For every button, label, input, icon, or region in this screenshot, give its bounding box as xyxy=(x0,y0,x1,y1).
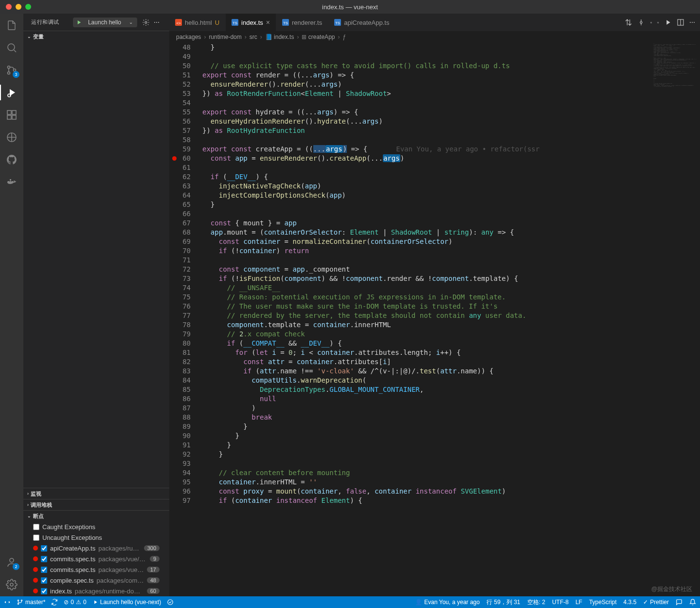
breakpoint-row[interactable]: compile.spec.tspackages/compiler-core/__… xyxy=(23,575,169,586)
indentation[interactable]: 空格: 2 xyxy=(527,598,545,607)
breakpoint-line-badge: 48 xyxy=(147,577,160,583)
breakpoint-checkbox[interactable] xyxy=(41,588,47,594)
breadcrumb-segment[interactable]: runtime-dom xyxy=(209,34,241,40)
account-badge: 2 xyxy=(13,563,19,570)
scm-badge: 3 xyxy=(13,71,19,78)
statusbar: master* ⊘ 0 ⚠ 0 Launch hello (vue-next) … xyxy=(0,596,700,608)
cursor-position[interactable]: 行 59，列 31 xyxy=(486,598,520,607)
svg-point-1 xyxy=(8,66,10,69)
extensions-icon[interactable] xyxy=(5,108,18,122)
breakpoint-dot-icon xyxy=(33,556,38,561)
close-window-button[interactable] xyxy=(6,4,12,10)
breadcrumb-segment[interactable]: 📘 index.ts xyxy=(265,34,294,40)
window-controls xyxy=(0,4,31,10)
git-commit-icon[interactable] xyxy=(637,18,645,26)
svg-point-28 xyxy=(18,603,18,604)
git-branch[interactable]: master* xyxy=(17,599,45,606)
breakpoint-row[interactable]: apiCreateApp.tspackages/runtime-core/src… xyxy=(23,543,169,553)
compare-icon[interactable] xyxy=(625,18,632,26)
encoding[interactable]: UTF-8 xyxy=(552,599,569,606)
svg-point-0 xyxy=(8,44,15,51)
remote-status-icon[interactable] xyxy=(4,599,11,606)
breadcrumb-segment[interactable]: ⊞ createApp xyxy=(302,34,335,40)
account-icon[interactable]: 2 xyxy=(5,555,18,569)
live-share-icon[interactable] xyxy=(167,599,174,606)
docker-icon[interactable] xyxy=(5,175,18,189)
run-debug-icon[interactable] xyxy=(5,86,18,99)
modified-indicator: U xyxy=(215,19,219,26)
launch-config-selector[interactable]: Launch hello ⌄ xyxy=(73,18,137,27)
breakpoint-dot-icon xyxy=(33,578,38,583)
start-debug-icon[interactable] xyxy=(75,19,82,26)
breakpoints-section[interactable]: ⌄断点 xyxy=(23,511,169,521)
svg-rect-6 xyxy=(7,115,11,119)
eol[interactable]: LF xyxy=(575,599,582,606)
problems[interactable]: ⊘ 0 ⚠ 0 xyxy=(64,599,86,606)
watermark: @掘金技术社区 xyxy=(651,585,692,593)
run-file-icon[interactable] xyxy=(664,18,672,26)
editor-tab[interactable]: TSindex.ts× xyxy=(226,14,276,31)
breakpoint-line-badge: 17 xyxy=(147,567,160,572)
diff-next-icon[interactable]: ◦ xyxy=(657,19,659,26)
svg-point-27 xyxy=(18,600,18,601)
close-tab-icon[interactable]: × xyxy=(266,18,270,26)
language-mode[interactable]: TypeScript xyxy=(589,599,617,606)
svg-text:TS: TS xyxy=(233,21,237,25)
diff-prev-icon[interactable]: ◦ xyxy=(650,19,652,26)
svg-rect-13 xyxy=(10,179,11,181)
breakpoint-checkbox[interactable] xyxy=(41,545,47,552)
sync-icon[interactable] xyxy=(51,599,58,606)
breadcrumb-segment[interactable]: ƒ xyxy=(342,34,346,40)
editor-tab[interactable]: <>hello.htmlU xyxy=(169,14,226,31)
breakpoint-checkbox[interactable] xyxy=(41,556,47,562)
split-editor-icon[interactable] xyxy=(677,18,684,26)
debug-target[interactable]: Launch hello (vue-next) xyxy=(92,599,161,606)
svg-text:<>: <> xyxy=(176,21,181,25)
svg-rect-8 xyxy=(12,111,16,114)
breakpoint-checkbox[interactable] xyxy=(41,567,47,573)
ts-version[interactable]: 4.3.5 xyxy=(624,599,637,606)
watch-section[interactable]: ›监视 xyxy=(23,488,169,499)
feedback-icon[interactable] xyxy=(676,599,682,606)
git-blame-status[interactable]: 👤 Evan You, a year ago xyxy=(415,599,480,606)
breakpoint-dot-icon xyxy=(33,546,38,551)
settings-gear-icon[interactable] xyxy=(5,578,18,591)
html-file-icon: <> xyxy=(175,19,182,26)
editor-tab[interactable]: TSrenderer.ts xyxy=(276,14,328,31)
github-icon[interactable] xyxy=(5,153,18,166)
variables-section[interactable]: ⌄变量 xyxy=(23,31,169,42)
zoom-window-button[interactable] xyxy=(25,4,31,10)
minimap[interactable]: } // use explicit type casts here to avo… xyxy=(653,43,700,596)
uncaught-exceptions-row[interactable]: Uncaught Exceptions xyxy=(23,532,169,543)
breakpoint-line-badge: 9 xyxy=(150,556,160,562)
editor-tab[interactable]: TSapiCreateApp.ts xyxy=(328,14,395,31)
breakpoint-row[interactable]: commits.spec.tspackages/vue/examples/__t… xyxy=(23,553,169,564)
breadcrumb-segment[interactable]: packages xyxy=(176,34,201,40)
more-icon[interactable]: ⋯ xyxy=(154,19,160,26)
source-control-icon[interactable]: 3 xyxy=(5,63,18,77)
breakpoint-checkbox[interactable] xyxy=(41,577,47,584)
caught-exceptions-checkbox[interactable] xyxy=(33,524,39,530)
explorer-icon[interactable] xyxy=(5,18,18,32)
activity-bar: 3 2 xyxy=(0,14,23,596)
breadcrumb[interactable]: packages›runtime-dom›src›📘 index.ts›⊞ cr… xyxy=(169,31,700,43)
caught-exceptions-row[interactable]: Caught Exceptions xyxy=(23,521,169,532)
titlebar: index.ts — vue-next xyxy=(0,0,700,14)
breakpoint-row[interactable]: commits.spec.tspackages/vue/examples/__t… xyxy=(23,564,169,575)
uncaught-exceptions-checkbox[interactable] xyxy=(33,534,39,541)
notifications-icon[interactable] xyxy=(689,599,696,606)
window-title: index.ts — vue-next xyxy=(322,3,378,11)
prettier-status[interactable]: ✓ Prettier xyxy=(643,599,669,606)
callstack-section[interactable]: ›调用堆栈 xyxy=(23,499,169,510)
chevron-down-icon[interactable]: ⌄ xyxy=(127,19,135,25)
code-editor[interactable]: 4849505152535455565758596061626364656667… xyxy=(169,43,700,596)
launch-settings-icon[interactable] xyxy=(142,18,150,26)
remote-icon[interactable] xyxy=(5,130,18,144)
breakpoint-row[interactable]: index.tspackages/runtime-dom/src60 xyxy=(23,586,169,596)
breadcrumb-segment[interactable]: src xyxy=(250,34,257,40)
breakpoint-dot-icon xyxy=(33,589,38,593)
search-icon[interactable] xyxy=(5,41,18,55)
more-actions-icon[interactable]: ⋯ xyxy=(689,19,695,26)
ts-file-icon: TS xyxy=(282,19,289,26)
minimize-window-button[interactable] xyxy=(16,4,21,10)
